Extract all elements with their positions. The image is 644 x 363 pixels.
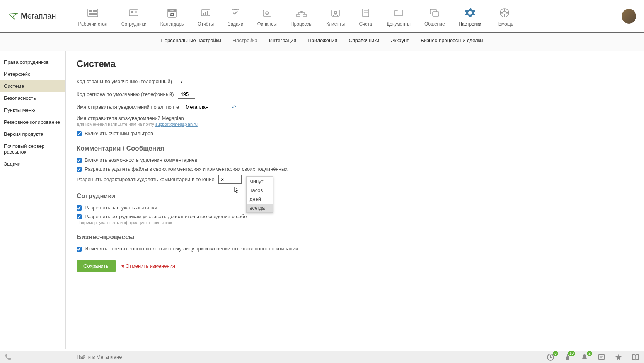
settings-icon [463, 6, 477, 20]
employees-icon [127, 6, 141, 20]
svg-point-5 [131, 11, 133, 13]
user-avatar[interactable] [622, 9, 636, 24]
sidebar-system[interactable]: Система [0, 80, 65, 92]
email-sender-label: Имя отправителя уведомлений по эл. почте [77, 104, 179, 110]
sidebar-tasks[interactable]: Задачи [0, 158, 65, 170]
nav-label: Рабочий стол [78, 21, 107, 27]
documents-icon [392, 6, 405, 20]
calendar-icon: июнь21 [165, 6, 179, 20]
sidebar-mailserver[interactable]: Почтовый сервер рассылок [0, 140, 65, 158]
filter-counters-checkbox[interactable] [77, 131, 82, 136]
region-code-input[interactable] [178, 90, 195, 99]
svg-point-39 [503, 11, 506, 14]
nav-label: Клиенты [326, 21, 345, 27]
subnav-apps[interactable]: Приложения [308, 38, 337, 46]
nav-dashboard[interactable]: Рабочий стол [71, 4, 114, 28]
dashboard-icon [86, 6, 100, 20]
subnav-settings[interactable]: Настройка [233, 38, 257, 46]
help-icon [497, 6, 511, 20]
reports-icon [199, 6, 213, 20]
comments-section-title: Комментарии / Сообщения [77, 145, 633, 152]
content: Система Код страны по умолчанию (телефон… [66, 51, 644, 349]
logo[interactable]: Мегаплан [8, 12, 56, 21]
top-nav: Мегаплан Рабочий стол Сотрудники июнь21 … [0, 0, 644, 33]
allow-delete-files-label: Разрешить удалять файлы в своих коммента… [85, 166, 288, 172]
sidebar-version[interactable]: Версия продукта [0, 128, 65, 140]
bp-responsible-checkbox[interactable] [77, 247, 82, 252]
subnav-account[interactable]: Аккаунт [391, 38, 409, 46]
sidebar-security[interactable]: Безопасность [0, 92, 65, 104]
svg-point-37 [468, 11, 472, 15]
nav-label: Процессы [291, 21, 312, 27]
nav-label: Сотрудники [121, 21, 147, 27]
nav-documents[interactable]: Документы [380, 4, 417, 28]
svg-rect-1 [89, 10, 92, 12]
nav-calendar[interactable]: июнь21 Календарь [153, 4, 191, 28]
nav-label: Помощь [495, 21, 513, 27]
top-nav-items: Рабочий стол Сотрудники июнь21 Календарь… [71, 4, 622, 28]
edit-time-label: Разрешить редактировать/удалять коммента… [77, 176, 215, 182]
processes-icon [295, 6, 308, 20]
page-title: Система [77, 58, 633, 69]
chat-icon [428, 6, 441, 20]
unit-option-minutes[interactable]: минут [247, 177, 273, 186]
nav-label: Общение [424, 21, 445, 27]
subnav-personal[interactable]: Персональные настройки [161, 38, 221, 46]
nav-processes[interactable]: Процессы [284, 4, 319, 28]
subnav-integration[interactable]: Интеграция [269, 38, 296, 46]
sidebar-menu[interactable]: Пункты меню [0, 104, 65, 116]
nav-label: Счета [359, 21, 372, 27]
sidebar-permissions[interactable]: Права сотрудников [0, 56, 65, 68]
svg-rect-3 [89, 13, 97, 15]
employees-section-title: Сотрудники [77, 192, 633, 200]
allow-delete-files-checkbox[interactable] [77, 167, 82, 172]
nav-label: Календарь [160, 21, 184, 27]
nav-tasks[interactable]: Задачи [221, 4, 250, 28]
bp-section-title: Бизнес-процессы [77, 233, 633, 241]
invoices-icon [359, 6, 373, 20]
unit-option-always[interactable]: всегда [247, 204, 273, 212]
sidebar-interface[interactable]: Интерфейс [0, 68, 65, 80]
nav-help[interactable]: Помощь [488, 4, 520, 28]
svg-rect-21 [300, 9, 303, 11]
nav-employees[interactable]: Сотрудники [114, 4, 153, 28]
filter-counters-label: Включить счетчики фильтров [85, 130, 153, 136]
bp-responsible-label: Изменять ответственного по контактному л… [85, 246, 298, 252]
finance-icon [260, 6, 274, 20]
nav-finance[interactable]: Финансы [250, 4, 284, 28]
subnav-directories[interactable]: Справочники [349, 38, 379, 46]
email-sender-input[interactable] [183, 103, 229, 111]
unit-option-hours[interactable]: часов [247, 186, 273, 195]
allow-extra-info-checkbox[interactable] [77, 214, 82, 219]
nav-clients[interactable]: Клиенты [319, 4, 352, 28]
save-button[interactable]: Сохранить [77, 260, 116, 272]
nav-settings[interactable]: Настройки [452, 4, 489, 28]
country-code-label: Код страны по умолчанию (телефонный) [77, 79, 172, 84]
svg-rect-2 [93, 10, 97, 12]
svg-rect-0 [88, 9, 98, 17]
tasks-icon [228, 6, 242, 20]
edit-time-input[interactable] [218, 175, 242, 184]
nav-chat[interactable]: Общение [417, 4, 452, 28]
sms-sender-label: Имя отправителя sms-уведомлений Megaplan [77, 115, 184, 121]
time-unit-menu: минут часов дней всегда [246, 176, 273, 213]
svg-rect-15 [207, 11, 208, 15]
unit-option-days[interactable]: дней [247, 195, 273, 204]
nav-invoices[interactable]: Счета [352, 4, 380, 28]
svg-rect-17 [234, 9, 237, 10]
nav-reports[interactable]: Отчёты [191, 4, 221, 28]
support-link[interactable]: support@megaplan.ru [155, 122, 198, 127]
cancel-button[interactable]: Отменить изменения [121, 263, 175, 269]
subnav-bp[interactable]: Бизнес-процессы и сделки [421, 38, 483, 46]
svg-point-29 [334, 11, 337, 14]
reset-icon[interactable]: ↶ [232, 104, 236, 110]
enable-delete-checkbox[interactable] [77, 158, 82, 163]
sms-hint: Для изменения напишите нам на почту supp… [77, 122, 633, 127]
svg-rect-23 [303, 14, 306, 17]
svg-rect-36 [433, 12, 439, 16]
allow-avatars-checkbox[interactable] [77, 205, 82, 211]
sidebar-backup[interactable]: Резервное копирование [0, 116, 65, 128]
country-code-input[interactable] [176, 77, 187, 86]
region-code-label: Код региона по умолчанию (телефонный) [77, 91, 174, 97]
allow-extra-info-hint: Например, указывать информацию о привычк… [77, 220, 633, 225]
